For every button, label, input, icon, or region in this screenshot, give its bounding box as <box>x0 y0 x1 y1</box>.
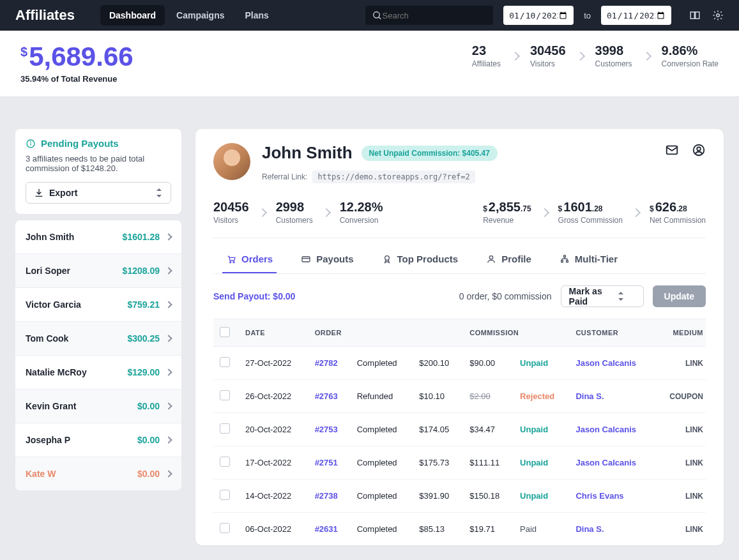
affiliate-row[interactable]: Tom Cook $300.25 <box>15 321 181 355</box>
order-id-link[interactable]: #2763 <box>315 391 338 401</box>
customer-link[interactable]: Chris Evans <box>575 491 623 501</box>
cell-medium: LINK <box>655 480 706 513</box>
row-checkbox[interactable] <box>220 523 230 533</box>
affiliate-row[interactable]: John Smith $1601.28 <box>15 220 181 254</box>
cell-commission: $19.71 <box>463 513 514 546</box>
affiliate-row[interactable]: Lori Soper $1208.09 <box>15 254 181 287</box>
date-from[interactable] <box>503 6 574 25</box>
svg-point-5 <box>31 142 31 142</box>
revenue-subtitle: 35.94% of Total Revenue <box>20 74 133 84</box>
pending-payouts-header[interactable]: Pending Payouts <box>26 138 171 149</box>
search-input[interactable] <box>383 11 487 20</box>
export-button[interactable]: Export <box>26 182 171 204</box>
cell-commission: $34.47 <box>463 413 514 446</box>
detail-tabs: Orders Payouts Top Products Profile Mult… <box>213 238 706 274</box>
order-id-link[interactable]: #2751 <box>315 458 338 467</box>
brand-label: Affiliates <box>15 7 75 24</box>
tab-top-products[interactable]: Top Products <box>378 248 462 273</box>
mail-icon[interactable] <box>665 143 679 157</box>
send-payout-link[interactable]: Send Payout: $0.00 <box>213 291 295 301</box>
customer-link[interactable]: Jason Calcanis <box>575 458 636 467</box>
update-button[interactable]: Update <box>653 285 706 307</box>
ref-label: Referral Link: <box>262 172 307 181</box>
cell-commission-status: Unpaid <box>514 413 569 446</box>
cell-order-status: Completed <box>351 446 413 480</box>
tab-campaigns[interactable]: Campaigns <box>167 5 233 26</box>
svg-rect-17 <box>566 261 568 262</box>
table-row: 20-Oct-2022 #2753 Completed $174.05 $34.… <box>213 413 706 446</box>
gear-icon[interactable] <box>712 10 724 21</box>
mini-customers: 2998Customers <box>276 200 313 225</box>
user-icon[interactable] <box>692 143 706 157</box>
order-id-link[interactable]: #2631 <box>315 524 338 534</box>
svg-point-8 <box>697 147 701 151</box>
affiliate-row[interactable]: Victor Garcia $759.21 <box>15 287 181 321</box>
affiliate-row[interactable]: Josepha P $0.00 <box>15 423 181 457</box>
table-row: 27-Oct-2022 #2782 Completed $200.10 $90.… <box>213 347 706 380</box>
affiliate-name: Josepha P <box>26 435 70 445</box>
svg-point-2 <box>717 14 720 17</box>
row-checkbox[interactable] <box>220 457 230 467</box>
profile-name: John Smith <box>262 143 353 163</box>
tab-multi-tier[interactable]: Multi-Tier <box>556 248 621 273</box>
referral-link[interactable]: https://demo.storeapps.org/?ref=2 <box>312 170 475 183</box>
chevron-up-down-icon <box>156 188 163 197</box>
cell-commission: $150.18 <box>463 480 514 513</box>
tab-orders[interactable]: Orders <box>222 248 277 273</box>
row-checkbox[interactable] <box>220 390 230 400</box>
svg-rect-11 <box>302 257 310 262</box>
chevron-right-icon <box>165 368 172 375</box>
cell-date: 20-Oct-2022 <box>239 413 309 446</box>
chevron-right-icon <box>165 470 172 477</box>
tab-profile[interactable]: Profile <box>482 248 535 273</box>
nav-tabs: Dashboard Campaigns Plans <box>100 5 278 26</box>
cell-order-amount: $200.10 <box>413 347 463 380</box>
chevron-right-icon <box>165 301 172 308</box>
row-checkbox[interactable] <box>220 357 230 367</box>
affiliate-row[interactable]: Kate W $0.00 <box>15 457 181 490</box>
customer-link[interactable]: Dina S. <box>575 391 604 401</box>
affiliate-commission: $1601.28 <box>123 232 160 242</box>
tab-dashboard[interactable]: Dashboard <box>100 5 165 26</box>
tab-plans[interactable]: Plans <box>236 5 278 26</box>
cell-order-amount: $10.10 <box>413 380 463 413</box>
mark-as-paid-select[interactable]: Mark as Paid <box>561 285 644 307</box>
row-checkbox[interactable] <box>220 490 230 500</box>
customer-link[interactable]: Dina S. <box>575 524 604 534</box>
cell-date: 26-Oct-2022 <box>239 380 309 413</box>
table-row: 26-Oct-2022 #2763 Refunded $10.10 $2.00 … <box>213 380 706 413</box>
order-id-link[interactable]: #2738 <box>315 491 338 501</box>
chevron-right-icon <box>643 51 651 60</box>
row-checkbox[interactable] <box>220 423 230 434</box>
chevron-right-icon <box>322 208 331 216</box>
col-customer: CUSTOMER <box>569 319 655 347</box>
search-box[interactable] <box>365 6 493 25</box>
date-to[interactable] <box>601 6 671 25</box>
commission-badge: Net Unpaid Commission: $405.47 <box>362 146 498 161</box>
tab-payouts[interactable]: Payouts <box>297 248 357 273</box>
chevron-right-icon <box>165 267 172 274</box>
download-icon <box>34 188 44 198</box>
order-id-link[interactable]: #2753 <box>315 425 338 434</box>
cell-medium: LINK <box>655 347 706 380</box>
affiliate-row[interactable]: Kevin Grant $0.00 <box>15 389 181 423</box>
select-all-checkbox[interactable] <box>220 327 230 337</box>
affiliate-commission: $0.00 <box>137 469 160 479</box>
svg-point-10 <box>233 261 234 262</box>
affiliate-detail-panel: John Smith Net Unpaid Commission: $405.4… <box>195 129 724 545</box>
book-icon[interactable] <box>689 10 701 21</box>
order-count-label: 0 order, $0 commission <box>459 291 552 301</box>
chevron-right-icon <box>540 208 549 216</box>
affiliate-row[interactable]: Natalie McRoy $129.00 <box>15 355 181 389</box>
customer-link[interactable]: Jason Calcanis <box>575 425 636 434</box>
customer-link[interactable]: Jason Calcanis <box>575 358 636 368</box>
affiliate-name: Victor Garcia <box>26 299 81 310</box>
avatar <box>213 143 250 180</box>
order-id-link[interactable]: #2782 <box>315 358 338 368</box>
cell-order-status: Refunded <box>351 380 413 413</box>
cell-commission-status: Paid <box>514 513 569 546</box>
affiliate-list: John Smith $1601.28 Lori Soper $1208.09 … <box>15 220 181 490</box>
mini-conversion: 12.28%Conversion <box>340 200 383 225</box>
cell-commission-status: Rejected <box>514 380 569 413</box>
mini-visitors: 20456Visitors <box>213 200 249 225</box>
